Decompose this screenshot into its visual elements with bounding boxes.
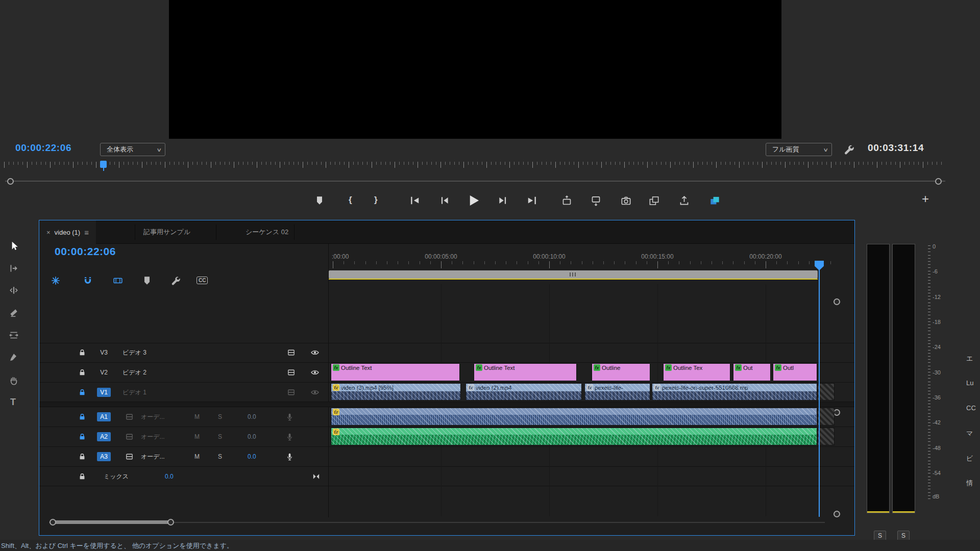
lock-icon[interactable] [78, 472, 86, 481]
graphic-clip[interactable]: fxOutline Tex [663, 363, 730, 381]
program-playhead[interactable] [100, 161, 107, 168]
graphic-clip[interactable]: fxOutline Text [331, 363, 460, 381]
timeline-hscroll-handle-right[interactable] [167, 519, 174, 525]
type-tool-icon[interactable]: T [10, 397, 16, 408]
track-target-badge[interactable]: V1 [97, 388, 111, 397]
track-level[interactable]: 0.0 [248, 413, 256, 420]
timeline-zoom-scrollbar[interactable] [329, 270, 818, 279]
graphic-clip[interactable]: fxOutline Text [474, 363, 577, 381]
linked-selection-icon[interactable] [113, 276, 123, 286]
solo-button[interactable]: S [218, 413, 222, 420]
track-level[interactable]: 0.0 [165, 473, 174, 480]
program-settings-wrench-icon[interactable] [843, 144, 854, 155]
mute-button[interactable]: M [194, 413, 200, 420]
track-target-badge[interactable]: A2 [97, 432, 111, 441]
step-forward-icon[interactable] [498, 195, 508, 206]
panel-menu-icon[interactable]: ≡ [84, 228, 89, 237]
lock-icon[interactable] [78, 368, 86, 377]
sync-lock-icon[interactable] [287, 388, 296, 396]
sync-lock-icon[interactable] [287, 368, 296, 377]
voiceover-mic-icon[interactable] [285, 413, 294, 421]
track-name[interactable]: ビデオ 3 [122, 348, 146, 357]
video-clip[interactable]: fxvideo (2).mp4 [465, 383, 582, 400]
program-scrollbar[interactable] [5, 181, 945, 182]
track-output-eye-icon[interactable] [310, 348, 320, 357]
lock-icon[interactable] [78, 413, 86, 421]
timeline-hscroll-handle-left[interactable] [50, 519, 56, 525]
tab-sequence-02[interactable]: シーケンス 02 [238, 220, 296, 244]
step-back-icon[interactable] [439, 195, 450, 206]
lock-icon[interactable] [78, 388, 86, 396]
sync-lock-icon[interactable] [125, 453, 134, 461]
track-select-tool-icon[interactable] [9, 263, 19, 273]
mark-in-icon[interactable]: { [349, 195, 352, 205]
add-marker-icon[interactable] [142, 276, 152, 286]
close-icon[interactable]: × [46, 229, 51, 236]
video-clip[interactable]: fxpexels-life- [584, 383, 650, 400]
audio-clip[interactable]: fx [331, 408, 817, 425]
program-quality-select[interactable]: フル画質 ∨ [766, 143, 832, 156]
track-output-eye-icon[interactable] [310, 388, 320, 397]
timeline-vscroll-handle[interactable] [834, 298, 840, 305]
program-zoom-select[interactable]: 全体表示 ∨ [100, 143, 165, 156]
panel-tab-cutoff[interactable]: ビ [966, 454, 973, 463]
video-clip[interactable]: fxvideo (3).mp4 [95%] [331, 383, 461, 400]
graphic-clip[interactable]: fxOutline [592, 363, 650, 381]
lock-icon[interactable] [78, 348, 86, 357]
timeline-settings-wrench-icon[interactable] [170, 276, 181, 286]
timeline-vscroll-handle[interactable] [834, 511, 840, 517]
work-area-bar[interactable] [329, 279, 818, 280]
go-to-in-icon[interactable] [410, 195, 420, 206]
voiceover-mic-icon[interactable] [285, 433, 294, 441]
mute-button[interactable]: M [194, 433, 200, 440]
tab-sequence-video1[interactable]: × video (1) ≡ [39, 220, 96, 244]
go-to-out-icon[interactable] [527, 195, 537, 206]
sync-lock-icon[interactable] [125, 413, 134, 421]
video-clip[interactable]: fxpexels-life-on-super-5510668.mp [652, 383, 817, 400]
captions-icon[interactable]: CC [197, 277, 208, 284]
timeline-timecode[interactable]: 00:00:22:06 [55, 245, 116, 258]
track-target-badge[interactable]: A1 [97, 412, 111, 421]
sync-lock-icon[interactable] [125, 433, 134, 441]
track-level[interactable]: 0.0 [248, 433, 256, 440]
export-media-icon[interactable] [679, 195, 690, 206]
track-name[interactable]: オーデ... [141, 453, 165, 461]
play-icon[interactable] [467, 194, 480, 207]
tab-sequence-sample[interactable]: 記事用サンプル [136, 220, 198, 244]
track-target-badge[interactable]: V2 [97, 368, 111, 377]
track-name[interactable]: ビデオ 2 [122, 368, 146, 377]
selection-tool-icon[interactable] [9, 241, 19, 251]
nest-indicator-icon[interactable] [51, 276, 61, 286]
ripple-edit-tool-icon[interactable] [9, 285, 19, 295]
razor-tool-icon[interactable] [9, 308, 19, 318]
program-time-ruler[interactable] [4, 161, 945, 170]
track-name[interactable]: オーデ... [141, 433, 165, 441]
timeline-playhead-line[interactable] [819, 269, 820, 517]
sync-lock-icon[interactable] [287, 348, 296, 357]
insert-icon[interactable] [649, 195, 659, 206]
snap-magnet-icon[interactable] [83, 276, 93, 286]
hand-tool-icon[interactable] [9, 375, 19, 386]
timeline-time-ruler[interactable] [329, 261, 835, 270]
graphic-clip[interactable]: fxOutl [773, 363, 817, 381]
mute-button[interactable]: M [194, 453, 200, 460]
panel-tab-cutoff[interactable]: エ [966, 354, 973, 363]
panel-tab-cutoff[interactable]: CC [966, 404, 976, 412]
track-name[interactable]: ミックス [104, 472, 129, 481]
lock-icon[interactable] [78, 453, 86, 461]
track-name[interactable]: ビデオ 1 [122, 388, 146, 396]
export-frame-icon[interactable] [621, 195, 631, 206]
keyframe-nav-icon[interactable] [312, 472, 321, 481]
panel-tab-cutoff[interactable]: Lu [966, 379, 973, 387]
solo-button[interactable]: S [218, 433, 222, 440]
track-output-eye-icon[interactable] [310, 368, 320, 377]
timeline-hscroll-thumb[interactable] [53, 520, 171, 524]
mark-out-icon[interactable]: } [374, 195, 378, 205]
add-button[interactable]: + [922, 192, 929, 206]
graphic-clip[interactable]: fxOut [733, 363, 771, 381]
pen-tool-icon[interactable] [9, 353, 19, 363]
lock-icon[interactable] [78, 433, 86, 441]
program-scroll-handle-right[interactable] [935, 178, 942, 185]
panel-tab-cutoff[interactable]: 情 [966, 479, 973, 488]
audio-clip[interactable]: fx [331, 428, 817, 445]
